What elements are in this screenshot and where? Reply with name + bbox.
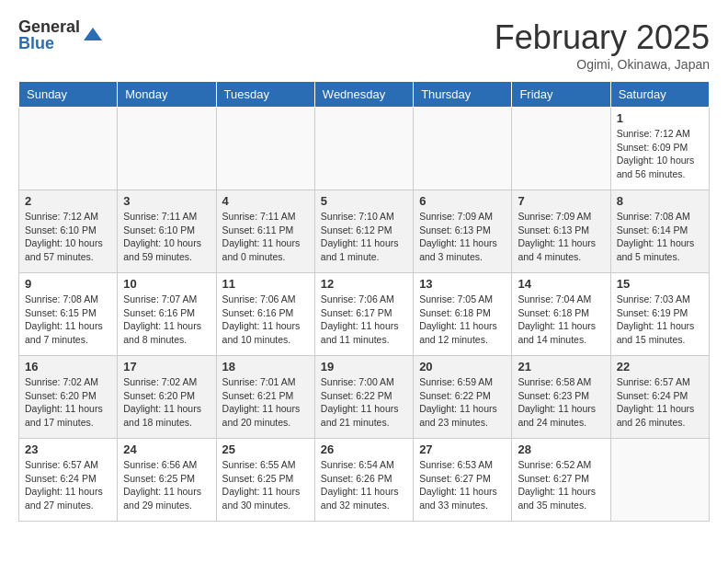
- day-cell: 17Sunrise: 7:02 AM Sunset: 6:20 PM Dayli…: [118, 356, 216, 439]
- logo-blue: Blue: [18, 35, 80, 52]
- day-info: Sunrise: 7:06 AM Sunset: 6:16 PM Dayligh…: [222, 293, 309, 347]
- day-cell: 25Sunrise: 6:55 AM Sunset: 6:25 PM Dayli…: [216, 439, 314, 522]
- week-row-2: 2Sunrise: 7:12 AM Sunset: 6:10 PM Daylig…: [19, 190, 710, 273]
- day-number: 9: [25, 277, 111, 291]
- day-cell: 26Sunrise: 6:54 AM Sunset: 6:26 PM Dayli…: [314, 439, 413, 522]
- weekday-header-thursday: Thursday: [414, 82, 512, 108]
- day-number: 17: [123, 360, 210, 373]
- day-info: Sunrise: 7:02 AM Sunset: 6:20 PM Dayligh…: [25, 375, 111, 430]
- day-cell: [414, 108, 512, 190]
- day-cell: 10Sunrise: 7:07 AM Sunset: 6:16 PM Dayli…: [118, 273, 216, 356]
- day-info: Sunrise: 6:57 AM Sunset: 6:24 PM Dayligh…: [617, 375, 703, 430]
- day-info: Sunrise: 7:01 AM Sunset: 6:21 PM Dayligh…: [222, 375, 309, 430]
- title-block: February 2025 Ogimi, Okinawa, Japan: [495, 18, 710, 72]
- day-number: 7: [518, 194, 604, 208]
- day-cell: 6Sunrise: 7:09 AM Sunset: 6:13 PM Daylig…: [414, 190, 512, 273]
- logo-icon: [82, 24, 104, 46]
- weekday-header-row: SundayMondayTuesdayWednesdayThursdayFrid…: [19, 82, 710, 108]
- day-cell: [610, 439, 709, 522]
- weekday-header-friday: Friday: [512, 82, 610, 108]
- day-info: Sunrise: 7:12 AM Sunset: 6:10 PM Dayligh…: [25, 210, 111, 264]
- day-number: 27: [419, 442, 506, 456]
- day-info: Sunrise: 7:02 AM Sunset: 6:20 PM Dayligh…: [123, 375, 210, 430]
- page-header: General Blue February 2025 Ogimi, Okinaw…: [18, 18, 710, 72]
- day-info: Sunrise: 7:06 AM Sunset: 6:17 PM Dayligh…: [321, 293, 407, 347]
- logo: General Blue: [18, 18, 104, 52]
- day-cell: 1Sunrise: 7:12 AM Sunset: 6:09 PM Daylig…: [610, 108, 709, 190]
- day-number: 24: [123, 442, 210, 456]
- weekday-header-sunday: Sunday: [19, 82, 118, 108]
- day-cell: 21Sunrise: 6:58 AM Sunset: 6:23 PM Dayli…: [512, 356, 610, 439]
- week-row-4: 16Sunrise: 7:02 AM Sunset: 6:20 PM Dayli…: [19, 356, 710, 439]
- day-cell: 3Sunrise: 7:11 AM Sunset: 6:10 PM Daylig…: [118, 190, 216, 273]
- day-cell: 12Sunrise: 7:06 AM Sunset: 6:17 PM Dayli…: [314, 273, 413, 356]
- day-number: 8: [617, 194, 703, 208]
- day-number: 16: [25, 360, 111, 373]
- day-number: 1: [617, 111, 703, 125]
- day-number: 28: [518, 442, 604, 456]
- day-info: Sunrise: 7:00 AM Sunset: 6:22 PM Dayligh…: [321, 375, 407, 430]
- day-cell: 22Sunrise: 6:57 AM Sunset: 6:24 PM Dayli…: [610, 356, 709, 439]
- day-number: 10: [123, 277, 210, 291]
- day-cell: 19Sunrise: 7:00 AM Sunset: 6:22 PM Dayli…: [314, 356, 413, 439]
- day-info: Sunrise: 7:08 AM Sunset: 6:15 PM Dayligh…: [25, 293, 111, 347]
- day-cell: 13Sunrise: 7:05 AM Sunset: 6:18 PM Dayli…: [414, 273, 512, 356]
- day-info: Sunrise: 7:12 AM Sunset: 6:09 PM Dayligh…: [617, 127, 703, 181]
- day-info: Sunrise: 6:55 AM Sunset: 6:25 PM Dayligh…: [222, 458, 309, 512]
- day-cell: 23Sunrise: 6:57 AM Sunset: 6:24 PM Dayli…: [19, 439, 118, 522]
- day-cell: 5Sunrise: 7:10 AM Sunset: 6:12 PM Daylig…: [314, 190, 413, 273]
- day-number: 18: [222, 360, 309, 373]
- day-cell: 8Sunrise: 7:08 AM Sunset: 6:14 PM Daylig…: [610, 190, 709, 273]
- day-cell: [118, 108, 216, 190]
- day-number: 5: [321, 194, 407, 208]
- day-cell: 4Sunrise: 7:11 AM Sunset: 6:11 PM Daylig…: [216, 190, 314, 273]
- day-cell: 11Sunrise: 7:06 AM Sunset: 6:16 PM Dayli…: [216, 273, 314, 356]
- day-number: 11: [222, 277, 309, 291]
- month-title: February 2025: [495, 18, 710, 57]
- location-subtitle: Ogimi, Okinawa, Japan: [495, 57, 710, 72]
- day-number: 26: [321, 442, 407, 456]
- week-row-3: 9Sunrise: 7:08 AM Sunset: 6:15 PM Daylig…: [19, 273, 710, 356]
- day-info: Sunrise: 7:09 AM Sunset: 6:13 PM Dayligh…: [518, 210, 604, 264]
- day-cell: [19, 108, 118, 190]
- day-cell: 28Sunrise: 6:52 AM Sunset: 6:27 PM Dayli…: [512, 439, 610, 522]
- day-cell: [216, 108, 314, 190]
- day-info: Sunrise: 7:07 AM Sunset: 6:16 PM Dayligh…: [123, 293, 210, 347]
- day-info: Sunrise: 7:11 AM Sunset: 6:10 PM Dayligh…: [123, 210, 210, 264]
- day-number: 2: [25, 194, 111, 208]
- day-number: 6: [419, 194, 506, 208]
- day-number: 12: [321, 277, 407, 291]
- day-info: Sunrise: 6:54 AM Sunset: 6:26 PM Dayligh…: [321, 458, 407, 512]
- day-cell: 2Sunrise: 7:12 AM Sunset: 6:10 PM Daylig…: [19, 190, 118, 273]
- day-number: 23: [25, 442, 111, 456]
- day-number: 22: [617, 360, 703, 373]
- day-cell: 7Sunrise: 7:09 AM Sunset: 6:13 PM Daylig…: [512, 190, 610, 273]
- weekday-header-saturday: Saturday: [610, 82, 709, 108]
- day-info: Sunrise: 7:04 AM Sunset: 6:18 PM Dayligh…: [518, 293, 604, 347]
- day-info: Sunrise: 7:05 AM Sunset: 6:18 PM Dayligh…: [419, 293, 506, 347]
- logo-general: General: [18, 18, 80, 35]
- day-cell: 16Sunrise: 7:02 AM Sunset: 6:20 PM Dayli…: [19, 356, 118, 439]
- day-cell: 14Sunrise: 7:04 AM Sunset: 6:18 PM Dayli…: [512, 273, 610, 356]
- day-number: 13: [419, 277, 506, 291]
- calendar-table: SundayMondayTuesdayWednesdayThursdayFrid…: [18, 81, 710, 522]
- week-row-1: 1Sunrise: 7:12 AM Sunset: 6:09 PM Daylig…: [19, 108, 710, 190]
- day-number: 19: [321, 360, 407, 373]
- day-cell: 20Sunrise: 6:59 AM Sunset: 6:22 PM Dayli…: [414, 356, 512, 439]
- day-info: Sunrise: 6:57 AM Sunset: 6:24 PM Dayligh…: [25, 458, 111, 512]
- day-info: Sunrise: 6:58 AM Sunset: 6:23 PM Dayligh…: [518, 375, 604, 430]
- weekday-header-wednesday: Wednesday: [314, 82, 413, 108]
- day-info: Sunrise: 7:03 AM Sunset: 6:19 PM Dayligh…: [617, 293, 703, 347]
- day-number: 4: [222, 194, 309, 208]
- day-cell: 24Sunrise: 6:56 AM Sunset: 6:25 PM Dayli…: [118, 439, 216, 522]
- day-number: 25: [222, 442, 309, 456]
- day-info: Sunrise: 7:08 AM Sunset: 6:14 PM Dayligh…: [617, 210, 703, 264]
- day-cell: 9Sunrise: 7:08 AM Sunset: 6:15 PM Daylig…: [19, 273, 118, 356]
- day-cell: 15Sunrise: 7:03 AM Sunset: 6:19 PM Dayli…: [610, 273, 709, 356]
- weekday-header-tuesday: Tuesday: [216, 82, 314, 108]
- day-info: Sunrise: 6:56 AM Sunset: 6:25 PM Dayligh…: [123, 458, 210, 512]
- day-number: 3: [123, 194, 210, 208]
- day-cell: [314, 108, 413, 190]
- week-row-5: 23Sunrise: 6:57 AM Sunset: 6:24 PM Dayli…: [19, 439, 710, 522]
- day-info: Sunrise: 7:09 AM Sunset: 6:13 PM Dayligh…: [419, 210, 506, 264]
